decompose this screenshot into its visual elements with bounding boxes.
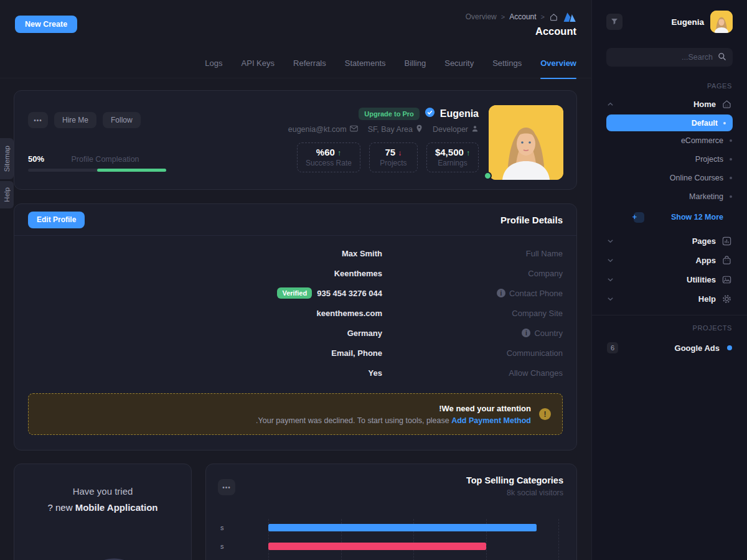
breadcrumb-overview[interactable]: Overview <box>466 12 497 21</box>
envelope-icon <box>350 125 358 134</box>
tab-security[interactable]: Security <box>444 49 474 78</box>
mobile-card-line1: Have you tried <box>14 486 191 497</box>
info-icon[interactable]: i <box>522 329 530 337</box>
top-selling-categories-card: ••• Top Selling Categories 8k social vis… <box>205 464 577 560</box>
app-root: New Create Overview > Account > Account … <box>0 0 747 560</box>
sidebar-group-pages[interactable]: Pages <box>592 231 747 251</box>
verified-badge: Verified <box>277 287 312 299</box>
breadcrumb-account[interactable]: Account <box>509 12 536 21</box>
chart-title: Top Selling Categories <box>466 475 563 485</box>
tab-api-keys[interactable]: API Keys <box>242 49 275 78</box>
sidebar-item-ecommerce[interactable]: eCommerce <box>592 131 747 150</box>
chart-more-button[interactable]: ••• <box>218 479 235 495</box>
sidebar-user-row: Eugenia <box>592 0 747 33</box>
filter-button[interactable] <box>606 14 622 30</box>
sitemap-edge-tab[interactable]: Sitemap <box>0 138 14 179</box>
online-status-dot <box>484 172 492 180</box>
tab-statements[interactable]: Statements <box>345 49 386 78</box>
sidebar-groups: Pages Apps Utilities Help <box>592 231 747 309</box>
bullet-dot <box>730 177 732 179</box>
sidebar-group-utilities[interactable]: Utilities <box>592 270 747 289</box>
user-name[interactable]: Eugenia <box>440 108 479 119</box>
arrow-up-icon: ↑ <box>337 149 341 157</box>
tab-settings[interactable]: Settings <box>492 49 522 78</box>
bar-chart-plot <box>268 519 558 560</box>
sidebar-group-help[interactable]: Help <box>592 289 747 309</box>
edit-profile-button[interactable]: Edit Profile <box>28 212 85 228</box>
arrow-up-icon: ↑ <box>466 149 470 157</box>
help-edge-tab[interactable]: Help <box>0 181 14 208</box>
hire-me-button[interactable]: Hire Me <box>54 112 96 128</box>
mobile-card-line2: ? new Mobile Application <box>14 502 191 513</box>
mobile-app-card: Have you tried ? new Mobile Application <box>14 464 192 560</box>
sidebar-group-apps[interactable]: Apps <box>592 251 747 270</box>
show-more-link[interactable]: + Show 12 More <box>592 208 747 226</box>
verified-check-icon <box>425 107 435 120</box>
home-icon[interactable] <box>549 12 558 22</box>
bullet-dot <box>723 122 726 124</box>
search-icon[interactable] <box>718 52 726 63</box>
breadcrumb-separator: > <box>501 13 505 21</box>
plus-icon: + <box>634 212 644 223</box>
sidebar-item-google-ads[interactable]: 6 Google Ads <box>592 339 747 357</box>
woman-illustration <box>31 545 174 560</box>
count-badge: 6 <box>607 342 618 353</box>
bag-icon <box>721 255 732 266</box>
profile-actions: ••• Hire Me Follow <box>28 112 141 128</box>
tab-referrals[interactable]: Referrals <box>293 49 326 78</box>
sidebar-item-online-courses[interactable]: Online Courses <box>592 169 747 187</box>
chevron-down-icon <box>607 296 614 302</box>
stat-success-rate: %60 ↑ Success Rate <box>297 142 360 172</box>
details-header: Edit Profile Profile Details <box>14 204 576 236</box>
chevron-down-icon <box>607 238 614 245</box>
sidebar-item-marketing[interactable]: Marketing <box>592 187 747 206</box>
pin-icon <box>416 124 423 134</box>
person-icon <box>471 125 479 134</box>
chevron-down-icon <box>607 257 614 264</box>
chart-bar-blue[interactable] <box>268 524 537 531</box>
create-new-button[interactable]: New Create <box>15 16 77 33</box>
sidebar-item-home[interactable]: Home <box>592 95 747 113</box>
status-dot <box>727 345 732 350</box>
chart-subtitle: 8k social visitors <box>507 488 563 497</box>
profile-stats: %60 ↑ Success Rate 75 ↓ Projects $4,500 … <box>297 142 479 172</box>
sidebar-item-default-active[interactable]: Default <box>606 114 733 131</box>
sidebar-user-name[interactable]: Eugenia <box>671 17 704 27</box>
tab-logs[interactable]: Logs <box>205 49 222 78</box>
detail-row-communication: Email, Phone Communication <box>28 343 563 363</box>
add-payment-method-link[interactable]: Add Payment Method <box>451 416 531 425</box>
metronic-logo-icon[interactable] <box>563 11 576 22</box>
chart-category-label: s <box>220 524 224 531</box>
projects-section-label: PROJECTS <box>607 324 732 332</box>
sidebar-search <box>606 48 733 67</box>
progress-bar <box>28 169 166 172</box>
detail-row-contact-phone: Verified935 454 3276 044 iContact Phone <box>28 283 563 303</box>
chevron-up-icon <box>607 101 614 108</box>
upgrade-to-pro-badge[interactable]: Upgrade to Pro <box>359 108 419 120</box>
follow-button[interactable]: Follow <box>103 112 141 128</box>
more-options-button[interactable]: ••• <box>28 112 48 128</box>
chart-bar-red[interactable] <box>268 543 486 550</box>
role-link[interactable]: Developer <box>433 124 479 134</box>
sidebar-user-avatar[interactable] <box>710 11 733 33</box>
detail-row-full-name: Max Smith Full Name <box>28 243 563 263</box>
email-link[interactable]: eugenia@kt.com <box>288 124 358 134</box>
pages-section-label: PAGES <box>607 82 732 90</box>
sidebar-item-projects[interactable]: Projects <box>592 150 747 169</box>
detail-row-country: Germany iCountry <box>28 323 563 343</box>
search-input[interactable] <box>606 48 733 67</box>
tab-billing[interactable]: Billing <box>405 49 426 78</box>
tab-overview-active[interactable]: Overview <box>540 49 576 78</box>
page-title: Account <box>535 26 576 37</box>
profile-avatar <box>489 105 563 180</box>
details-rows: Max Smith Full Name Keenthemes Company V… <box>14 236 576 383</box>
home-icon <box>721 99 732 110</box>
stat-projects: 75 ↓ Projects <box>369 142 418 172</box>
profile-meta: eugenia@kt.com SF, Bay Area Developer <box>288 124 479 134</box>
alert-message: .Your payment was declined. To start usi… <box>256 416 531 425</box>
breadcrumb-separator: > <box>541 13 545 21</box>
bullet-dot <box>730 195 732 198</box>
info-icon[interactable]: i <box>497 289 505 297</box>
warning-icon: ! <box>539 408 551 420</box>
location-link[interactable]: SF, Bay Area <box>368 124 423 134</box>
